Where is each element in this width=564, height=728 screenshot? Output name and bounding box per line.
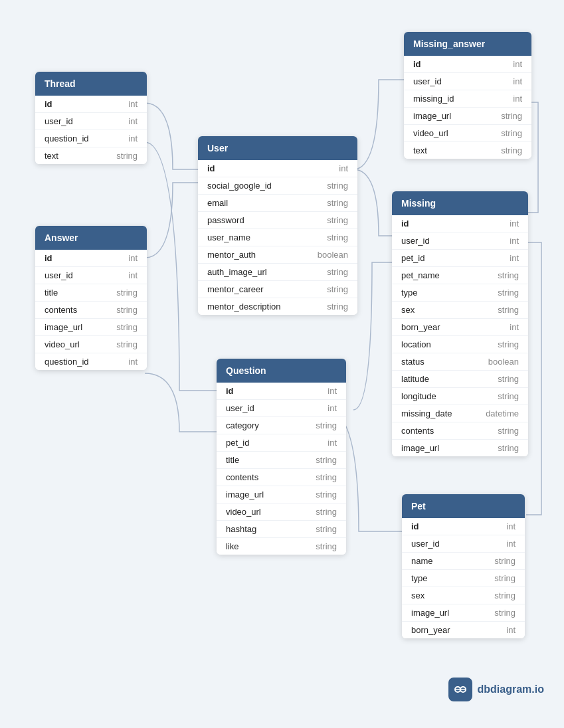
table-row: id int	[217, 383, 346, 400]
table-row: image_url string	[217, 486, 346, 503]
table-row: mentor_description string	[198, 298, 357, 315]
table-row: image_url string	[402, 604, 525, 622]
table-row: video_url string	[217, 503, 346, 521]
table-row: title string	[217, 452, 346, 469]
watermark: dbdiagram.io	[448, 678, 544, 701]
table-row: mentor_auth boolean	[198, 246, 357, 264]
table-row: contents string	[217, 469, 346, 486]
user-table: User id int social_google_id string emai…	[198, 136, 357, 315]
answer-table-header: Answer	[35, 226, 147, 250]
table-row: video_url string	[35, 336, 147, 353]
table-row: user_name string	[198, 229, 357, 246]
table-row: id int	[402, 518, 525, 535]
table-row: email string	[198, 195, 357, 212]
table-row: text string	[35, 147, 147, 164]
table-row: missing_date datetime	[392, 405, 528, 422]
table-row: like string	[217, 538, 346, 555]
table-row: sex string	[402, 587, 525, 604]
missing-table: Missing id int user_id int pet_id int pe…	[392, 191, 528, 456]
table-row: id int	[404, 56, 531, 73]
user-table-header: User	[198, 136, 357, 160]
table-row: status boolean	[392, 353, 528, 371]
table-row: user_id int	[402, 535, 525, 553]
table-row: user_id int	[404, 73, 531, 90]
table-row: video_url string	[404, 125, 531, 142]
table-row: pet_name string	[392, 267, 528, 284]
table-row: id int	[35, 96, 147, 113]
pet-table: Pet id int user_id int name string type …	[402, 494, 525, 638]
table-row: missing_id int	[404, 90, 531, 108]
table-row: text string	[404, 142, 531, 159]
table-row: question_id int	[35, 130, 147, 147]
missing-table-header: Missing	[392, 191, 528, 215]
table-row: image_url string	[392, 440, 528, 456]
table-row: longitude string	[392, 388, 528, 405]
diagram-canvas: Thread id int user_id int question_id in…	[0, 0, 564, 728]
table-row: name string	[402, 553, 525, 570]
thread-table-header: Thread	[35, 72, 147, 96]
table-row: question_id int	[35, 353, 147, 370]
table-row: latitude string	[392, 371, 528, 388]
table-row: contents string	[35, 302, 147, 319]
missing-answer-table: Missing_answer id int user_id int missin…	[404, 32, 531, 159]
table-row: location string	[392, 336, 528, 353]
table-row: type string	[392, 284, 528, 302]
table-row: pet_id int	[392, 250, 528, 267]
thread-table: Thread id int user_id int question_id in…	[35, 72, 147, 164]
table-row: type string	[402, 570, 525, 587]
table-row: social_google_id string	[198, 177, 357, 195]
table-row: user_id int	[217, 400, 346, 417]
table-row: password string	[198, 212, 357, 229]
table-row: auth_image_url string	[198, 264, 357, 281]
question-table-header: Question	[217, 359, 346, 383]
missing-answer-table-header: Missing_answer	[404, 32, 531, 56]
table-row: id int	[198, 160, 357, 177]
table-row: user_id int	[392, 232, 528, 250]
watermark-icon	[448, 678, 472, 701]
table-row: sex string	[392, 302, 528, 319]
table-row: image_url string	[35, 319, 147, 336]
table-row: mentor_career string	[198, 281, 357, 298]
table-row: hashtag string	[217, 521, 346, 538]
table-row: category string	[217, 417, 346, 434]
table-row: user_id int	[35, 113, 147, 130]
pet-table-header: Pet	[402, 494, 525, 518]
question-table: Question id int user_id int category str…	[217, 359, 346, 555]
table-row: pet_id int	[217, 434, 346, 452]
table-row: contents string	[392, 422, 528, 440]
table-row: born_year int	[402, 622, 525, 638]
table-row: title string	[35, 284, 147, 302]
table-row: id int	[392, 215, 528, 232]
table-row: born_year int	[392, 319, 528, 336]
answer-table: Answer id int user_id int title string c…	[35, 226, 147, 370]
watermark-text: dbdiagram.io	[478, 683, 544, 695]
table-row: id int	[35, 250, 147, 267]
table-row: image_url string	[404, 108, 531, 125]
table-row: user_id int	[35, 267, 147, 284]
